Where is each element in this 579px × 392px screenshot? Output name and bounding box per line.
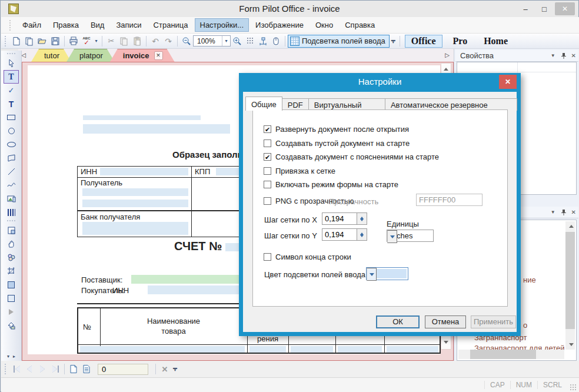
receiver-field[interactable] [82, 188, 188, 196]
cut-icon[interactable]: ✂ [105, 35, 118, 48]
checkbox[interactable] [264, 181, 271, 188]
inn-field[interactable] [100, 168, 188, 175]
menu-view[interactable]: Вид [85, 18, 110, 32]
menu-help[interactable]: Справка [340, 18, 380, 32]
opaque-fill-tool-icon[interactable] [4, 278, 19, 291]
panel2-dropdown-icon[interactable]: ▼ [551, 210, 555, 215]
apply-button[interactable]: Применить [471, 315, 516, 328]
checkbox-row[interactable]: Включать режим формы на старте [264, 180, 398, 189]
open-icon[interactable] [36, 35, 49, 48]
doc-tab-tutor[interactable]: tutor [31, 49, 71, 62]
spellcheck-dropdown-icon[interactable]: ▾ [93, 35, 99, 48]
tab-pdf[interactable]: PDF [282, 98, 309, 111]
forms-vscroll-thumb[interactable] [565, 232, 575, 329]
checkbox-row[interactable]: ✔ Развернуть документ после открытия [264, 125, 409, 134]
hand-tool-icon[interactable] [4, 237, 19, 251]
panel-close-icon[interactable]: ✕ [571, 52, 576, 59]
cancel-button[interactable]: Отмена [425, 315, 466, 328]
grid-step-x-spinner[interactable] [357, 212, 367, 225]
resize-grip[interactable] [570, 384, 577, 391]
paste-icon[interactable] [131, 35, 144, 48]
forms-hscroll-thumb[interactable] [470, 350, 536, 359]
checkbox[interactable]: ✔ [264, 153, 271, 161]
list-item-fragment[interactable]: о [523, 321, 527, 330]
save-icon[interactable] [49, 35, 62, 48]
prev-record-icon[interactable] [23, 363, 36, 375]
redo-icon[interactable]: ↷ [162, 35, 175, 48]
scale-tool-icon[interactable] [4, 224, 19, 237]
transparency-input[interactable] [416, 194, 482, 206]
pointer-tool-icon[interactable] [4, 57, 19, 70]
nav-overflow-icon[interactable]: ▬▾ [173, 367, 177, 371]
menu-image[interactable]: Изображение [250, 18, 309, 32]
scroll-down-icon[interactable] [442, 338, 450, 346]
transparent-fill-tool-icon[interactable] [4, 291, 19, 305]
text-tool-icon[interactable]: T [4, 97, 19, 111]
polygon-tool-icon[interactable] [4, 151, 19, 165]
mouse-icon[interactable] [269, 35, 282, 48]
print-icon[interactable] [67, 35, 80, 48]
text-field-tool-icon[interactable]: T [4, 70, 19, 84]
grid-step-y-input[interactable] [322, 228, 357, 241]
grid-icon[interactable] [244, 35, 257, 48]
menu-settings[interactable]: Настройки... [195, 18, 249, 32]
menu-edit[interactable]: Правка [48, 18, 84, 32]
eol-checkbox-row[interactable]: Символ конца строки [264, 253, 351, 261]
zoom-out-icon[interactable] [180, 35, 193, 48]
form-field[interactable] [83, 124, 230, 134]
checkbox[interactable]: ✔ [264, 125, 271, 133]
grid-step-x-input[interactable] [322, 212, 357, 225]
list-item-fragment[interactable]: ние [523, 275, 536, 284]
panel2-pin-icon[interactable] [561, 209, 566, 215]
spellcheck-icon[interactable]: ABC ✓ [80, 35, 93, 48]
record-list-icon[interactable] [80, 363, 93, 375]
units-dropdown[interactable]: inches [387, 230, 434, 242]
menu-records[interactable]: Записи [111, 18, 147, 32]
palette-overflow-icon[interactable]: ▾▸ [7, 354, 15, 361]
forms-hscrollbar[interactable] [458, 350, 564, 359]
edition-home-button[interactable]: Home [478, 35, 514, 47]
forms-scroll-up-icon[interactable] [567, 222, 575, 230]
close-button[interactable]: ✕ [555, 2, 575, 15]
copy-pages-icon[interactable] [23, 35, 36, 48]
minimize-button[interactable]: – [517, 2, 534, 15]
row-field[interactable] [249, 346, 286, 353]
highlight-color-dropdown-icon[interactable] [367, 268, 377, 281]
export-tool-icon[interactable] [4, 318, 19, 332]
next-record-icon[interactable] [36, 363, 49, 375]
new-document-icon[interactable] [10, 35, 23, 48]
highlight-fields-toggle[interactable]: Подсветка полей ввода [288, 35, 390, 48]
checkbox[interactable] [264, 253, 271, 261]
edition-pro-button[interactable]: Pro [447, 35, 474, 47]
stamp-tool-icon[interactable] [4, 251, 19, 264]
row-field[interactable] [80, 346, 245, 353]
dialog-close-button[interactable]: ✕ [499, 75, 517, 89]
ellipse-tool-icon[interactable] [4, 138, 19, 151]
zoom-combobox[interactable]: 100% ▾ [193, 35, 231, 46]
checkbox-row[interactable]: Создавать пустой документ на старте [264, 139, 410, 148]
tab-virtual-printer[interactable]: Виртуальный принтер [308, 98, 385, 111]
undo-icon[interactable]: ↶ [149, 35, 162, 48]
menu-window[interactable]: Окно [310, 18, 338, 32]
form-field[interactable] [83, 115, 201, 120]
circle-tool-icon[interactable] [4, 124, 19, 138]
rectangle-tool-icon[interactable] [4, 111, 19, 124]
edition-office-button[interactable]: Office [405, 35, 442, 48]
bank-field[interactable] [82, 222, 188, 235]
checkbox-row[interactable]: Привязка к сетке [264, 167, 335, 175]
delete-record-icon[interactable]: ✕ [158, 363, 171, 375]
row-field[interactable] [338, 346, 382, 353]
curve-tool-icon[interactable] [4, 178, 19, 192]
barcode-tool-icon[interactable] [4, 205, 19, 219]
doc-tab-invoice[interactable]: invoice ✕ [110, 49, 175, 62]
crop-tool-icon[interactable] [4, 264, 19, 278]
new-record-icon[interactable] [67, 363, 80, 375]
copy-icon[interactable] [118, 35, 131, 48]
checkbox[interactable] [264, 167, 271, 175]
checkbox[interactable] [264, 197, 271, 205]
last-record-icon[interactable] [49, 363, 62, 375]
arrow-tool-icon[interactable] [4, 305, 19, 318]
doc-tab-platpor[interactable]: platpor [66, 49, 115, 62]
checkbox-row[interactable]: ✔ Создавать документ с пояснениями на ст… [264, 152, 439, 161]
forms-vscrollbar[interactable] [565, 221, 575, 350]
